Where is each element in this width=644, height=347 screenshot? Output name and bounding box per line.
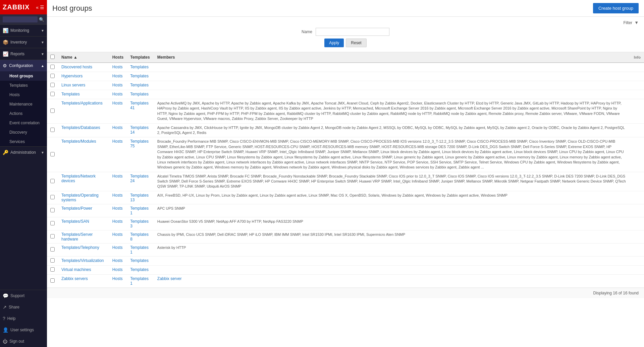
row-checkbox[interactable] (50, 195, 55, 199)
row-checkbox[interactable] (50, 278, 55, 283)
row-name-link[interactable]: Templates/Operating systems (61, 193, 99, 202)
sidebar-sub-item-templates[interactable]: Templates (0, 81, 47, 90)
row-checkbox[interactable] (50, 267, 55, 272)
row-name-link[interactable]: Discovered hosts (61, 65, 92, 69)
sidebar-item-signout[interactable]: ⏻ Sign out (0, 336, 47, 347)
row-checkbox[interactable] (50, 258, 55, 263)
row-name-link[interactable]: Linux servers (61, 83, 85, 87)
row-templates-link[interactable]: Templates (130, 92, 149, 96)
row-name-link[interactable]: Templates/Network devices (61, 174, 96, 183)
row-templates-link[interactable]: Templates 1 (130, 206, 149, 215)
row-hosts-link[interactable]: Hosts (112, 258, 123, 263)
row-templates-link[interactable]: Templates 1 (130, 245, 149, 255)
search-input[interactable] (3, 16, 38, 22)
select-all-checkbox[interactable] (50, 55, 55, 59)
sidebar-item-usersettings[interactable]: 👤 User settings (0, 324, 47, 336)
row-checkbox[interactable] (50, 152, 55, 156)
row-hosts-link[interactable]: Hosts (112, 101, 123, 106)
sidebar-sub-item-hosts[interactable]: Hosts (0, 90, 47, 99)
row-templates-link[interactable]: Templates (130, 65, 149, 69)
row-name-link[interactable]: Templates/Databases (61, 125, 100, 130)
row-hosts-link[interactable]: Hosts (112, 219, 123, 224)
sidebar-item-monitoring[interactable]: 📊 Monitoring ▼ (0, 25, 47, 36)
row-checkbox[interactable] (50, 109, 55, 113)
row-checkbox[interactable] (50, 208, 55, 212)
sidebar-item-reports[interactable]: 📈 Reports ▼ (0, 48, 47, 60)
row-hosts-link[interactable]: Hosts (112, 92, 123, 96)
table-header-row: Name ▲ Hosts Templates Members Info (47, 52, 644, 63)
row-hosts: Hosts (109, 204, 127, 217)
row-name-link[interactable]: Hypervisors (61, 74, 83, 78)
row-checkbox[interactable] (50, 92, 55, 96)
row-hosts-link[interactable]: Hosts (112, 125, 123, 130)
help-icon: ? (3, 316, 5, 321)
row-templates-link[interactable]: Templates 14 (130, 125, 149, 135)
sidebar-item-share[interactable]: ↗ Share (0, 301, 47, 313)
row-templates-link[interactable]: Templates 41 (130, 101, 149, 110)
sidebar-item-inventory[interactable]: 📦 Inventory ▼ (0, 37, 47, 48)
collapse-icon[interactable]: « (36, 5, 39, 10)
row-hosts-link[interactable]: Hosts (112, 193, 123, 198)
row-checkbox[interactable] (50, 74, 55, 78)
sidebar-sub-item-eventcorrelation[interactable]: Event correlation (0, 118, 47, 128)
sidebar-item-support[interactable]: 💬 Support (0, 290, 47, 301)
row-templates-link[interactable]: Templates (130, 267, 149, 272)
row-name-link[interactable]: Templates/Power (61, 206, 92, 211)
row-checkbox[interactable] (50, 247, 55, 252)
row-templates-link[interactable]: Templates (130, 83, 149, 87)
row-hosts-link[interactable]: Hosts (112, 174, 123, 179)
sidebar-sub-item-discovery[interactable]: Discovery (0, 128, 47, 137)
row-templates-link[interactable]: Templates (130, 74, 149, 78)
row-hosts-link[interactable]: Hosts (112, 276, 123, 281)
row-hosts-link[interactable]: Hosts (112, 139, 123, 144)
sidebar-item-administration[interactable]: 🔑 Administration ▼ (0, 147, 47, 158)
name-filter-input[interactable] (316, 28, 389, 36)
row-name-link[interactable]: Templates/Applications (61, 101, 103, 106)
row-hosts-link[interactable]: Hosts (112, 267, 123, 272)
sidebar-sub-item-maintenance[interactable]: Maintenance (0, 99, 47, 109)
host-groups-table: Name ▲ Hosts Templates Members Info Disc… (47, 52, 644, 288)
row-name-link[interactable]: Templates (61, 92, 80, 96)
sidebar-sub-item-hostgroups[interactable]: Host groups (0, 71, 47, 81)
row-templates-link[interactable]: Templates (130, 258, 149, 263)
reset-button[interactable]: Reset (346, 39, 366, 47)
row-name: Templates/Modules (58, 137, 109, 172)
row-hosts-link[interactable]: Hosts (112, 245, 123, 250)
row-hosts-link[interactable]: Hosts (112, 83, 123, 87)
row-checkbox[interactable] (50, 179, 55, 183)
row-hosts-link[interactable]: Hosts (112, 74, 123, 78)
create-host-group-button[interactable]: Create host group (593, 3, 639, 13)
row-templates: Templates 8 (127, 230, 154, 243)
row-templates-link[interactable]: Templates 75 (130, 139, 149, 148)
row-checkbox[interactable] (50, 234, 55, 238)
row-templates-link[interactable]: Templates 8 (130, 232, 149, 241)
row-checkbox[interactable] (50, 83, 55, 87)
share-icon: ↗ (3, 304, 7, 310)
row-name-link[interactable]: Templates/Telephony (61, 245, 99, 250)
row-checkbox[interactable] (50, 128, 55, 132)
sidebar-item-help[interactable]: ? Help (0, 313, 47, 324)
row-hosts-link[interactable]: Hosts (112, 232, 123, 237)
apply-button[interactable]: Apply (324, 39, 344, 47)
row-name-link[interactable]: Templates/Modules (61, 139, 96, 144)
row-hosts-link[interactable]: Hosts (112, 206, 123, 211)
row-name-link[interactable]: Virtual machines (61, 267, 91, 272)
row-checkbox-cell (47, 123, 58, 137)
sidebar-sub-item-actions[interactable]: Actions (0, 109, 47, 118)
row-hosts-link[interactable]: Hosts (112, 65, 123, 69)
row-name-link[interactable]: Templates/SAN (61, 219, 89, 224)
row-name-link[interactable]: Templates/Server hardware (61, 232, 93, 241)
row-templates-link[interactable]: Templates 3 (130, 219, 149, 228)
row-checkbox[interactable] (50, 65, 55, 69)
row-templates-link[interactable]: Templates 24 (130, 174, 149, 183)
row-templates-link[interactable]: Templates 1 (130, 276, 149, 286)
row-name-link[interactable]: Zabbix servers (61, 276, 88, 281)
menu-icon[interactable]: ☰ (40, 5, 44, 10)
row-checkbox[interactable] (50, 221, 55, 225)
row-members: Chassis by IPMI, Cisco UCS SNMP, Dell iD… (154, 230, 631, 243)
sidebar-item-configuration[interactable]: ⚙ Configuration ▲ (0, 60, 47, 71)
row-name-link[interactable]: Templates/Virtualization (61, 258, 104, 263)
row-member-link[interactable]: Zabbix server (157, 276, 182, 281)
sidebar-sub-item-services[interactable]: Services (0, 137, 47, 146)
row-templates-link[interactable]: Templates 13 (130, 193, 149, 202)
